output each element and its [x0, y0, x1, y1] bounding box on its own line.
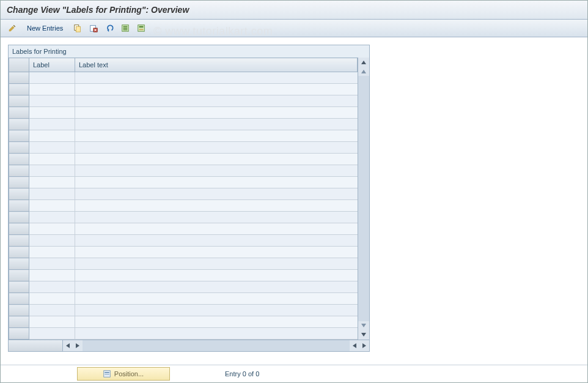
labeltext-input[interactable]	[75, 130, 369, 141]
label-input[interactable]	[29, 142, 75, 153]
row-selector[interactable]	[9, 188, 29, 200]
labeltext-input[interactable]	[75, 142, 369, 153]
cell-label	[29, 235, 75, 247]
table-row	[9, 142, 369, 154]
label-input[interactable]	[29, 177, 75, 188]
scroll-right-button[interactable]	[73, 340, 83, 351]
app-window: Change View "Labels for Printing": Overv…	[0, 0, 588, 383]
row-selector[interactable]	[9, 305, 29, 316]
label-input[interactable]	[29, 258, 75, 269]
cell-labeltext	[75, 270, 369, 281]
labeltext-input[interactable]	[75, 305, 369, 316]
row-selector[interactable]	[9, 72, 29, 84]
undo-icon[interactable]	[103, 21, 116, 35]
row-selector[interactable]	[9, 235, 29, 247]
col-labeltext-header[interactable]: Label text	[75, 58, 358, 72]
row-selector[interactable]	[9, 107, 29, 119]
position-button[interactable]: Position...	[77, 367, 170, 381]
col-label-header[interactable]: Label	[29, 58, 75, 72]
labeltext-input[interactable]	[75, 200, 369, 211]
row-selector[interactable]	[9, 119, 29, 130]
labeltext-input[interactable]	[75, 107, 369, 118]
label-input[interactable]	[29, 107, 75, 118]
row-selector[interactable]	[9, 270, 29, 281]
label-input[interactable]	[29, 270, 75, 281]
labeltext-input[interactable]	[75, 119, 369, 130]
row-selector[interactable]	[9, 328, 29, 340]
row-selector[interactable]	[9, 223, 29, 235]
delete-icon[interactable]	[87, 21, 100, 35]
label-input[interactable]	[29, 247, 75, 258]
scroll-right-end-button[interactable]	[359, 340, 369, 351]
scroll-left-button[interactable]	[63, 340, 73, 351]
scroll-up-button-2[interactable]	[358, 67, 369, 76]
scroll-track[interactable]	[358, 76, 369, 321]
labeltext-input[interactable]	[75, 270, 369, 281]
label-input[interactable]	[29, 130, 75, 141]
table-row	[9, 305, 369, 316]
row-selector[interactable]	[9, 293, 29, 305]
copy-icon[interactable]	[71, 21, 84, 35]
labeltext-input[interactable]	[75, 316, 369, 327]
scroll-left-end-button[interactable]	[350, 340, 359, 351]
labeltext-input[interactable]	[75, 247, 369, 258]
hscroll-track[interactable]	[83, 340, 350, 351]
row-selector[interactable]	[9, 95, 29, 107]
table-container: Label Label text	[9, 58, 369, 340]
scroll-down-button[interactable]	[358, 330, 369, 340]
select-all-icon[interactable]	[119, 21, 132, 35]
labeltext-input[interactable]	[75, 72, 369, 83]
label-input[interactable]	[29, 328, 75, 339]
labeltext-input[interactable]	[75, 177, 369, 188]
labeltext-input[interactable]	[75, 188, 369, 199]
scroll-down-button-2[interactable]	[358, 321, 369, 330]
row-selector[interactable]	[9, 154, 29, 165]
label-input[interactable]	[29, 293, 75, 304]
row-selector[interactable]	[9, 130, 29, 142]
row-selector[interactable]	[9, 200, 29, 212]
label-input[interactable]	[29, 72, 75, 83]
label-input[interactable]	[29, 212, 75, 223]
row-selector[interactable]	[9, 247, 29, 258]
select-block-icon[interactable]	[134, 21, 148, 35]
label-input[interactable]	[29, 223, 75, 234]
label-input[interactable]	[29, 154, 75, 165]
labeltext-input[interactable]	[75, 84, 369, 95]
row-selector[interactable]	[9, 165, 29, 177]
label-input[interactable]	[29, 305, 75, 316]
row-selector[interactable]	[9, 258, 29, 270]
scroll-up-button[interactable]	[358, 58, 369, 67]
labeltext-input[interactable]	[75, 293, 369, 304]
row-selector[interactable]	[9, 84, 29, 95]
label-input[interactable]	[29, 119, 75, 130]
label-input[interactable]	[29, 165, 75, 176]
row-selector[interactable]	[9, 142, 29, 154]
label-input[interactable]	[29, 188, 75, 199]
row-selector[interactable]	[9, 316, 29, 328]
labeltext-input[interactable]	[75, 223, 369, 234]
labeltext-input[interactable]	[75, 328, 369, 339]
labeltext-input[interactable]	[75, 95, 369, 106]
label-input[interactable]	[29, 95, 75, 106]
new-entries-button[interactable]: New Entries	[21, 21, 68, 35]
cell-labeltext	[75, 142, 369, 154]
row-selector[interactable]	[9, 212, 29, 223]
labeltext-input[interactable]	[75, 235, 369, 246]
label-input[interactable]	[29, 200, 75, 211]
labeltext-input[interactable]	[75, 281, 369, 292]
svg-rect-6	[123, 28, 128, 29]
vertical-scrollbar[interactable]	[358, 58, 369, 340]
toggle-pencil-icon[interactable]	[6, 21, 19, 35]
label-input[interactable]	[29, 281, 75, 292]
horizontal-scrollbar[interactable]	[9, 340, 369, 351]
label-input[interactable]	[29, 84, 75, 95]
labeltext-input[interactable]	[75, 154, 369, 165]
cell-labeltext	[75, 107, 369, 119]
label-input[interactable]	[29, 235, 75, 246]
labeltext-input[interactable]	[75, 258, 369, 269]
row-selector[interactable]	[9, 177, 29, 188]
row-selector[interactable]	[9, 281, 29, 293]
labeltext-input[interactable]	[75, 212, 369, 223]
label-input[interactable]	[29, 316, 75, 327]
labeltext-input[interactable]	[75, 165, 369, 176]
